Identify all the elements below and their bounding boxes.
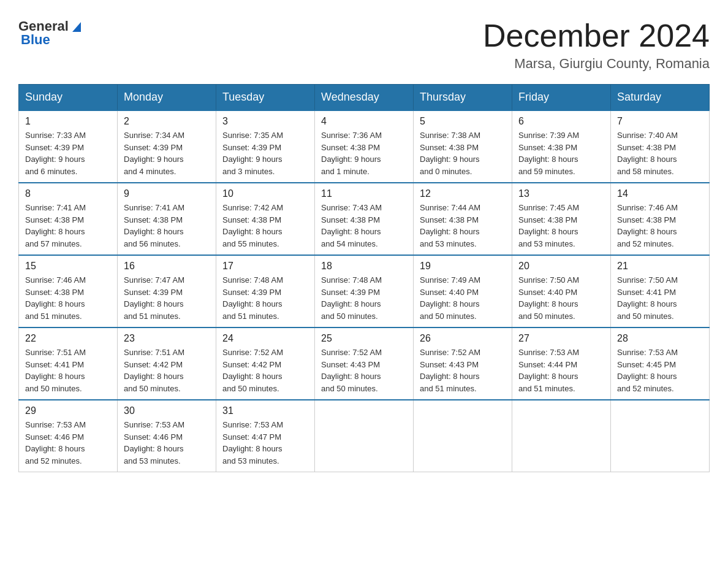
day-number: 4 (321, 116, 407, 127)
col-header-friday: Friday (512, 85, 611, 111)
day-number: 21 (617, 261, 703, 272)
day-info: Sunrise: 7:53 AMSunset: 4:46 PMDaylight:… (25, 419, 111, 467)
day-info: Sunrise: 7:50 AMSunset: 4:40 PMDaylight:… (518, 274, 604, 322)
table-row: 26Sunrise: 7:52 AMSunset: 4:43 PMDayligh… (414, 327, 512, 400)
day-info: Sunrise: 7:42 AMSunset: 4:38 PMDaylight:… (222, 202, 308, 250)
day-number: 19 (420, 261, 506, 272)
table-row: 4Sunrise: 7:36 AMSunset: 4:38 PMDaylight… (315, 110, 414, 183)
week-row-5: 29Sunrise: 7:53 AMSunset: 4:46 PMDayligh… (19, 400, 710, 472)
logo-triangle-icon (70, 20, 83, 33)
table-row (414, 400, 512, 472)
table-row: 29Sunrise: 7:53 AMSunset: 4:46 PMDayligh… (19, 400, 118, 472)
day-number: 27 (518, 333, 604, 344)
day-number: 29 (25, 405, 111, 416)
table-row: 21Sunrise: 7:50 AMSunset: 4:41 PMDayligh… (611, 255, 710, 327)
day-info: Sunrise: 7:49 AMSunset: 4:40 PMDaylight:… (420, 274, 506, 322)
day-number: 22 (25, 333, 111, 344)
table-row: 7Sunrise: 7:40 AMSunset: 4:38 PMDaylight… (611, 110, 710, 183)
day-info: Sunrise: 7:53 AMSunset: 4:47 PMDaylight:… (222, 419, 308, 467)
table-row: 28Sunrise: 7:53 AMSunset: 4:45 PMDayligh… (611, 327, 710, 400)
table-row: 31Sunrise: 7:53 AMSunset: 4:47 PMDayligh… (216, 400, 315, 472)
day-number: 18 (321, 261, 407, 272)
table-row: 20Sunrise: 7:50 AMSunset: 4:40 PMDayligh… (512, 255, 611, 327)
day-number: 6 (518, 116, 604, 127)
day-info: Sunrise: 7:48 AMSunset: 4:39 PMDaylight:… (321, 274, 407, 322)
title-area: December 2024 Marsa, Giurgiu County, Rom… (483, 18, 710, 72)
day-info: Sunrise: 7:47 AMSunset: 4:39 PMDaylight:… (124, 274, 210, 322)
day-number: 9 (124, 188, 210, 199)
day-number: 20 (518, 261, 604, 272)
day-info: Sunrise: 7:51 AMSunset: 4:42 PMDaylight:… (124, 347, 210, 394)
location-title: Marsa, Giurgiu County, Romania (483, 56, 710, 72)
col-header-thursday: Thursday (414, 85, 512, 111)
table-row: 15Sunrise: 7:46 AMSunset: 4:38 PMDayligh… (19, 255, 118, 327)
day-info: Sunrise: 7:40 AMSunset: 4:38 PMDaylight:… (617, 129, 703, 177)
table-row: 3Sunrise: 7:35 AMSunset: 4:39 PMDaylight… (216, 110, 315, 183)
table-row: 27Sunrise: 7:53 AMSunset: 4:44 PMDayligh… (512, 327, 611, 400)
page-header: General Blue December 2024 Marsa, Giurgi… (18, 18, 710, 72)
day-info: Sunrise: 7:53 AMSunset: 4:45 PMDaylight:… (617, 347, 703, 394)
day-info: Sunrise: 7:33 AMSunset: 4:39 PMDaylight:… (25, 129, 111, 177)
day-info: Sunrise: 7:46 AMSunset: 4:38 PMDaylight:… (617, 202, 703, 250)
day-info: Sunrise: 7:51 AMSunset: 4:41 PMDaylight:… (25, 347, 111, 394)
table-row: 9Sunrise: 7:41 AMSunset: 4:38 PMDaylight… (118, 183, 216, 255)
table-row: 12Sunrise: 7:44 AMSunset: 4:38 PMDayligh… (414, 183, 512, 255)
day-info: Sunrise: 7:35 AMSunset: 4:39 PMDaylight:… (222, 129, 308, 177)
table-row: 2Sunrise: 7:34 AMSunset: 4:39 PMDaylight… (118, 110, 216, 183)
day-number: 23 (124, 333, 210, 344)
day-number: 11 (321, 188, 407, 199)
day-info: Sunrise: 7:41 AMSunset: 4:38 PMDaylight:… (124, 202, 210, 250)
col-header-wednesday: Wednesday (315, 85, 414, 111)
table-row: 14Sunrise: 7:46 AMSunset: 4:38 PMDayligh… (611, 183, 710, 255)
table-row: 10Sunrise: 7:42 AMSunset: 4:38 PMDayligh… (216, 183, 315, 255)
table-row: 18Sunrise: 7:48 AMSunset: 4:39 PMDayligh… (315, 255, 414, 327)
day-number: 14 (617, 188, 703, 199)
table-row (512, 400, 611, 472)
day-number: 17 (222, 261, 308, 272)
day-info: Sunrise: 7:53 AMSunset: 4:44 PMDaylight:… (518, 347, 604, 394)
month-title: December 2024 (483, 18, 710, 53)
day-info: Sunrise: 7:36 AMSunset: 4:38 PMDaylight:… (321, 129, 407, 177)
table-row (315, 400, 414, 472)
day-number: 5 (420, 116, 506, 127)
day-info: Sunrise: 7:46 AMSunset: 4:38 PMDaylight:… (25, 274, 111, 322)
day-info: Sunrise: 7:52 AMSunset: 4:42 PMDaylight:… (222, 347, 308, 394)
day-number: 28 (617, 333, 703, 344)
table-row: 23Sunrise: 7:51 AMSunset: 4:42 PMDayligh… (118, 327, 216, 400)
day-number: 24 (222, 333, 308, 344)
table-row: 16Sunrise: 7:47 AMSunset: 4:39 PMDayligh… (118, 255, 216, 327)
col-header-saturday: Saturday (611, 85, 710, 111)
table-row: 1Sunrise: 7:33 AMSunset: 4:39 PMDaylight… (19, 110, 118, 183)
table-row: 24Sunrise: 7:52 AMSunset: 4:42 PMDayligh… (216, 327, 315, 400)
table-row: 5Sunrise: 7:38 AMSunset: 4:38 PMDaylight… (414, 110, 512, 183)
day-number: 31 (222, 405, 308, 416)
table-row: 6Sunrise: 7:39 AMSunset: 4:38 PMDaylight… (512, 110, 611, 183)
day-number: 16 (124, 261, 210, 272)
day-number: 13 (518, 188, 604, 199)
day-number: 10 (222, 188, 308, 199)
week-row-2: 8Sunrise: 7:41 AMSunset: 4:38 PMDaylight… (19, 183, 710, 255)
day-info: Sunrise: 7:45 AMSunset: 4:38 PMDaylight:… (518, 202, 604, 250)
day-info: Sunrise: 7:41 AMSunset: 4:38 PMDaylight:… (25, 202, 111, 250)
day-info: Sunrise: 7:52 AMSunset: 4:43 PMDaylight:… (420, 347, 506, 394)
table-row: 17Sunrise: 7:48 AMSunset: 4:39 PMDayligh… (216, 255, 315, 327)
day-number: 15 (25, 261, 111, 272)
logo: General Blue (18, 18, 83, 48)
day-info: Sunrise: 7:38 AMSunset: 4:38 PMDaylight:… (420, 129, 506, 177)
day-info: Sunrise: 7:53 AMSunset: 4:46 PMDaylight:… (124, 419, 210, 467)
calendar-header-row: Sunday Monday Tuesday Wednesday Thursday… (19, 85, 710, 111)
table-row: 8Sunrise: 7:41 AMSunset: 4:38 PMDaylight… (19, 183, 118, 255)
day-info: Sunrise: 7:48 AMSunset: 4:39 PMDaylight:… (222, 274, 308, 322)
table-row: 13Sunrise: 7:45 AMSunset: 4:38 PMDayligh… (512, 183, 611, 255)
day-info: Sunrise: 7:39 AMSunset: 4:38 PMDaylight:… (518, 129, 604, 177)
week-row-4: 22Sunrise: 7:51 AMSunset: 4:41 PMDayligh… (19, 327, 710, 400)
col-header-sunday: Sunday (19, 85, 118, 111)
table-row: 22Sunrise: 7:51 AMSunset: 4:41 PMDayligh… (19, 327, 118, 400)
table-row: 19Sunrise: 7:49 AMSunset: 4:40 PMDayligh… (414, 255, 512, 327)
week-row-3: 15Sunrise: 7:46 AMSunset: 4:38 PMDayligh… (19, 255, 710, 327)
day-number: 1 (25, 116, 111, 127)
day-number: 2 (124, 116, 210, 127)
day-number: 8 (25, 188, 111, 199)
table-row: 11Sunrise: 7:43 AMSunset: 4:38 PMDayligh… (315, 183, 414, 255)
col-header-monday: Monday (118, 85, 216, 111)
